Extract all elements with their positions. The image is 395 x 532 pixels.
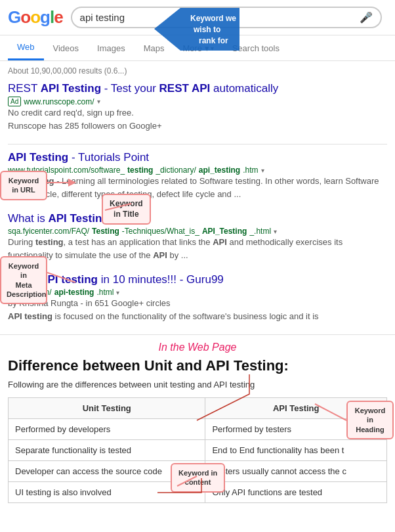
callout-keyword-heading: Keyword inHeading [346,401,394,439]
result-title-2[interactable]: API Testing - Tutorials Point [8,151,387,164]
url-dropdown-icon-3[interactable]: ▾ [274,228,277,235]
result-snippet-1: No credit card req'd, sign up free. Runs… [8,106,387,132]
result-url-4: guru99.com/api-testing.html ▾ [8,288,387,297]
svg-text:wish to: wish to [193,25,220,34]
result-url-1: Ad www.runscope.com/ ▾ [8,97,387,106]
svg-text:Keyword we: Keyword we [190,14,236,23]
result-title-3[interactable]: What is API Testing? [8,212,387,225]
result-title-4[interactable]: Learn API testing in 10 minutes!!! - Gur… [8,273,387,286]
table-cell: Only API functions are tested [205,482,387,503]
result-snippet-4: by Krishna Rungta - in 651 Google+ circl… [8,297,387,322]
keyword-rank-arrow: Keyword we wish to rank for [128,8,246,72]
result-item-2: API Testing - Tutorials Point www.tutori… [8,151,387,200]
url-dropdown-icon[interactable]: ▾ [97,98,100,105]
separator-1 [8,144,387,144]
table-cell: End to End functionality has been t [205,440,387,461]
url-dropdown-icon-4[interactable]: ▾ [116,289,119,296]
callout-keyword-url: Keywordin URL [0,171,47,200]
result-snippet-2: API Testing - Learning all terminologies… [8,175,387,200]
result-item-4: Learn API testing in 10 minutes!!! - Gur… [8,273,387,322]
table-header-unit: Unit Testing [9,398,205,419]
result-item-3: What is API Testing? sqa.fyicenter.com/F… [8,212,387,261]
webpage-intro: Following are the differences between un… [8,380,387,389]
search-results: REST API Testing - Test your REST API au… [0,82,395,322]
result-item-1: REST API Testing - Test your REST API au… [8,82,387,132]
ad-badge: Ad [8,97,21,106]
callout-keyword-title: Keywordin Title [102,194,151,225]
url-dropdown-icon-2[interactable]: ▾ [261,167,264,174]
mic-icon[interactable]: 🎤 [360,11,373,24]
result-snippet-3: During testing, a test has an applicatio… [8,236,387,261]
result-url-3: sqa.fyicenter.com/FAQ/Testing-Techniques… [8,227,387,236]
webpage-separator [0,334,395,335]
result-title-1[interactable]: REST API Testing - Test your REST API au… [8,82,387,95]
table-cell: Performed by developers [9,419,205,440]
table-cell: Testers usually cannot access the c [205,461,387,482]
svg-text:rank for: rank for [199,36,228,45]
table-cell: Separate functionality is tested [9,440,205,461]
callout-keyword-meta: Keyword inMetaDescription [0,256,47,304]
callout-keyword-content: Keyword incontent [171,463,225,493]
webpage-heading: Difference between Unit and API Testing: [8,357,387,374]
table-row: Separate functionality is tested End to … [9,440,387,461]
table-row: Performed by developers Performed by tes… [9,419,387,440]
result-url-2: www.tutorialspoint.com/software_testing_… [8,166,387,175]
tab-videos[interactable]: Videos [44,37,89,60]
webpage-label: In the Web Page [8,342,387,353]
tab-web[interactable]: Web [8,35,44,60]
google-logo: Google [8,7,63,28]
